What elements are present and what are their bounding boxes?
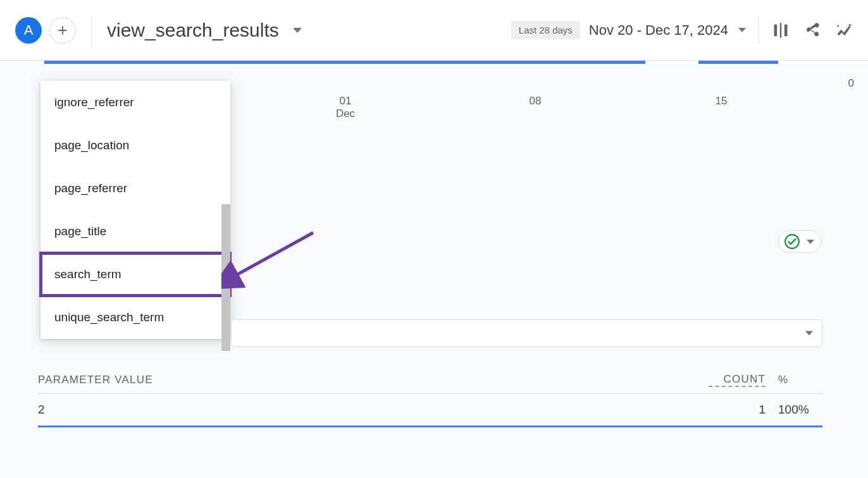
date-range-picker[interactable]: Last 28 days Nov 20 - Dec 17, 2024 bbox=[511, 21, 746, 39]
x-tick: 15 bbox=[716, 95, 728, 107]
cell-count: 1 bbox=[709, 403, 766, 417]
chevron-down-icon bbox=[805, 331, 813, 336]
parameter-dropdown: ignore_referrer page_location page_refer… bbox=[40, 81, 230, 339]
cell-percent: 100% bbox=[766, 403, 822, 417]
col-header-parameter-value: PARAMETER VALUE bbox=[38, 374, 709, 386]
chevron-down-icon bbox=[738, 28, 746, 32]
dropdown-item-unique-search-term[interactable]: unique_search_term bbox=[40, 296, 230, 339]
insights-icon[interactable] bbox=[835, 21, 853, 39]
compare-icon[interactable] bbox=[772, 21, 790, 39]
dropdown-item-page-title[interactable]: page_title bbox=[40, 210, 230, 253]
annotation-arrow bbox=[221, 228, 323, 291]
divider bbox=[759, 16, 759, 44]
header-bar: A view_search_results Last 28 days Nov 2… bbox=[0, 0, 868, 61]
axis-zero-label: 0 bbox=[848, 77, 854, 90]
x-tick: 08 bbox=[530, 95, 542, 107]
divider bbox=[91, 15, 92, 46]
avatar[interactable]: A bbox=[15, 17, 42, 44]
col-header-percent: % bbox=[766, 374, 822, 386]
dropdown-scrollbar[interactable] bbox=[221, 204, 230, 351]
cell-parameter-value: 2 bbox=[38, 403, 709, 417]
table-row: 2 1 100% bbox=[38, 394, 822, 427]
share-icon[interactable] bbox=[803, 21, 821, 39]
svg-point-0 bbox=[849, 24, 852, 27]
date-range-badge: Last 28 days bbox=[511, 21, 580, 39]
page-title-dropdown[interactable]: view_search_results bbox=[107, 20, 302, 41]
dropdown-item-page-location[interactable]: page_location bbox=[40, 124, 230, 167]
dropdown-item-search-term[interactable]: search_term bbox=[40, 253, 230, 296]
page-title-text: view_search_results bbox=[107, 20, 279, 41]
parameter-select[interactable] bbox=[231, 319, 822, 347]
add-comparison-button[interactable] bbox=[49, 17, 76, 44]
svg-point-1 bbox=[837, 25, 839, 27]
chevron-down-icon bbox=[807, 240, 814, 244]
x-tick: 01Dec bbox=[336, 95, 355, 120]
dropdown-item-page-referrer[interactable]: page_referrer bbox=[40, 167, 230, 210]
parameter-value-table: PARAMETER VALUE COUNT % 2 1 100% bbox=[38, 373, 822, 427]
chevron-down-icon bbox=[293, 28, 302, 33]
col-header-count[interactable]: COUNT bbox=[709, 373, 766, 387]
dropdown-item-ignore-referrer[interactable]: ignore_referrer bbox=[40, 81, 230, 124]
plus-icon bbox=[56, 23, 70, 37]
status-pill[interactable] bbox=[778, 230, 821, 253]
svg-line-2 bbox=[233, 233, 313, 277]
date-range-text: Nov 20 - Dec 17, 2024 bbox=[589, 22, 728, 39]
check-circle-icon bbox=[784, 233, 800, 250]
